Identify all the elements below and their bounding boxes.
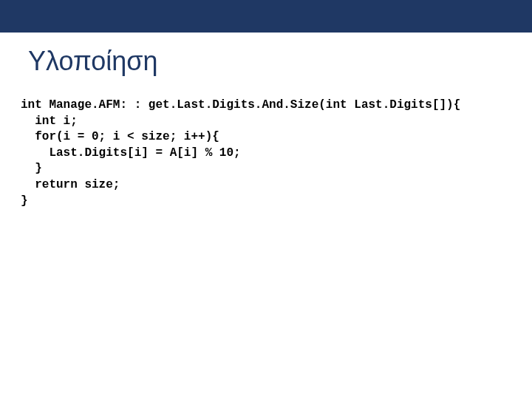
code-line: } bbox=[21, 194, 28, 208]
code-line: int Manage.AFM: : get.Last.Digits.And.Si… bbox=[21, 98, 460, 112]
code-block: int Manage.AFM: : get.Last.Digits.And.Si… bbox=[0, 77, 532, 209]
code-line: Last.Digits[i] = A[i] % 10; bbox=[21, 146, 241, 160]
code-line: for(i = 0; i < size; i++){ bbox=[21, 130, 219, 143]
code-line: int i; bbox=[21, 115, 78, 128]
slide-title: Υλοποίηση bbox=[0, 33, 532, 77]
slide-top-bar bbox=[0, 0, 532, 33]
code-line: } bbox=[21, 162, 42, 175]
code-line: return size; bbox=[21, 178, 120, 191]
